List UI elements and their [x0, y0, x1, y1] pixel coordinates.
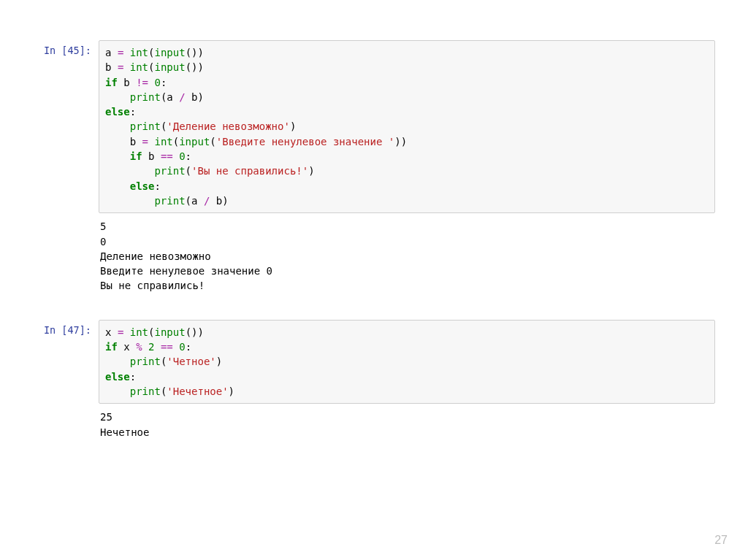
- output-text: 5 0 Деление невозможно Введите ненулевое…: [100, 219, 715, 293]
- code-input-area[interactable]: a = int(input()) b = int(input()) if b !…: [99, 40, 715, 213]
- code-cell: In [45]: a = int(input()) b = int(input(…: [33, 40, 715, 213]
- output-text: 25 Нечетное: [100, 410, 715, 440]
- code-block: a = int(input()) b = int(input()) if b !…: [105, 45, 709, 208]
- code-block: x = int(input()) if x % 2 == 0: print('Ч…: [105, 325, 709, 399]
- input-prompt: In [45]:: [33, 40, 99, 56]
- code-input-area[interactable]: x = int(input()) if x % 2 == 0: print('Ч…: [99, 320, 715, 404]
- output-area: 5 0 Деление невозможно Введите ненулевое…: [99, 218, 715, 293]
- input-prompt: In [47]:: [33, 320, 99, 336]
- output-cell: 25 Нечетное: [33, 408, 715, 440]
- code-cell: In [47]: x = int(input()) if x % 2 == 0:…: [33, 320, 715, 404]
- output-prompt: [33, 408, 99, 413]
- output-area: 25 Нечетное: [99, 408, 715, 440]
- output-cell: 5 0 Деление невозможно Введите ненулевое…: [33, 218, 715, 293]
- output-prompt: [33, 218, 99, 222]
- page-number: 27: [714, 534, 728, 547]
- notebook-container: In [45]: a = int(input()) b = int(input(…: [0, 0, 748, 440]
